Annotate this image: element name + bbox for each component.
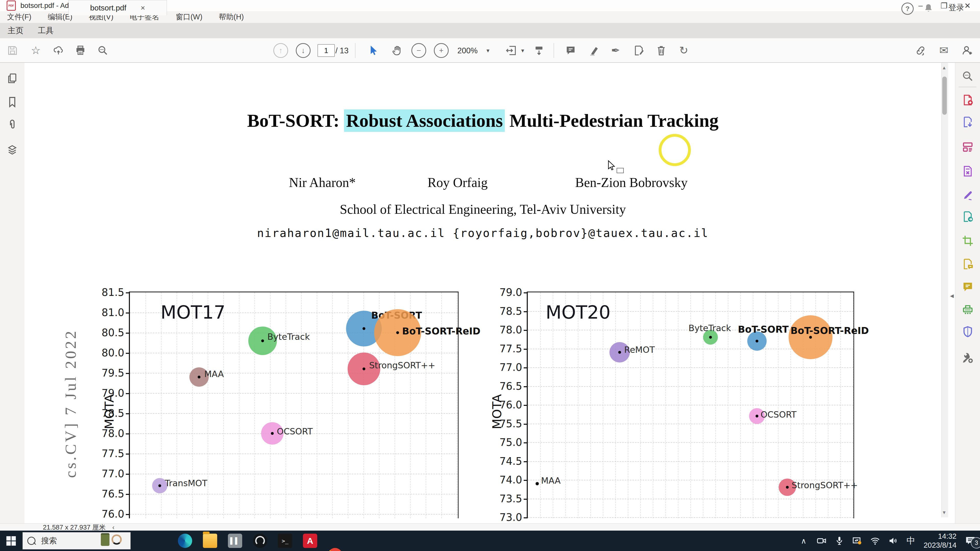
fill-sign-icon[interactable] [961, 189, 974, 202]
share-people-icon[interactable] [961, 44, 973, 56]
menu-item-help[interactable]: 帮助(H) [219, 12, 244, 22]
chart-gridline-h [528, 442, 853, 443]
scan-ocr-icon[interactable] [961, 303, 974, 316]
zoom-out-icon[interactable]: − [411, 43, 426, 58]
taskbar-obs-icon[interactable] [253, 534, 267, 548]
page-number-input[interactable]: 1 [318, 44, 335, 57]
chart-point-marker [396, 331, 399, 334]
find-icon[interactable] [97, 44, 109, 56]
taskbar-terminal-icon[interactable]: >_ [278, 534, 292, 548]
chart-gridline-v [603, 292, 603, 518]
fit-width-icon[interactable] [505, 44, 517, 56]
send-review-icon[interactable] [961, 210, 974, 223]
y-axis-tick-mark [524, 311, 528, 312]
pane-toggle-right[interactable]: ◄ [949, 292, 955, 300]
chart-gridline-v [255, 292, 255, 518]
page-thumbnails-icon[interactable] [6, 73, 18, 85]
print-icon[interactable] [75, 44, 86, 56]
scroll-down-icon[interactable]: ▾ [943, 509, 945, 516]
sign-tool-icon[interactable]: ✒ [611, 45, 620, 56]
taskbar-edge-icon[interactable] [178, 534, 192, 548]
chart-point-marker [709, 336, 712, 339]
y-axis-tick-mark [524, 386, 528, 387]
annotation-circle [659, 134, 691, 166]
zoom-level-select[interactable]: 200% [457, 47, 477, 55]
help-icon[interactable]: ? [901, 3, 914, 15]
comment-tool-icon[interactable] [565, 44, 576, 56]
tab-tools[interactable]: 工具 [38, 23, 54, 38]
tab-close-icon[interactable]: × [141, 3, 145, 12]
fit-caret-icon[interactable]: ▾ [521, 48, 524, 54]
protect-icon[interactable] [961, 325, 974, 338]
login-button[interactable]: 登录 [948, 0, 964, 15]
y-axis-tick-mark [126, 313, 130, 313]
export-pdf-icon[interactable] [961, 116, 974, 128]
rotate-tool-icon[interactable]: ↻ [679, 45, 688, 56]
hand-tool-icon[interactable] [391, 44, 403, 56]
acrobat-pdf-icon: PDF [6, 0, 16, 11]
vertical-scrollbar-thumb[interactable] [942, 76, 947, 115]
share-upload-icon[interactable] [52, 44, 64, 56]
zoom-in-icon[interactable]: + [434, 43, 449, 58]
tray-microphone-icon[interactable] [834, 536, 845, 546]
y-axis-tick-mark [524, 405, 528, 406]
start-button[interactable] [0, 530, 22, 551]
more-tools-icon[interactable] [961, 351, 974, 364]
star-favorite-icon[interactable]: ☆ [31, 45, 41, 56]
tray-notifications-icon[interactable]: 3 [964, 535, 977, 546]
y-axis-tick-label: 77.5 [500, 343, 522, 354]
author-3: Ben-Zion Bobrovsky [575, 175, 688, 190]
redact-icon[interactable] [961, 165, 974, 178]
y-axis-tick-label: 81.0 [102, 306, 124, 318]
vertical-scrollbar[interactable] [941, 63, 948, 517]
attachments-icon[interactable] [6, 119, 18, 131]
prev-page-icon[interactable]: ↑ [273, 43, 288, 58]
crop-pages-icon[interactable] [961, 234, 974, 247]
highlight-tool-icon[interactable] [588, 44, 600, 56]
scroll-view-icon[interactable] [533, 44, 545, 56]
windows-logo-icon [6, 536, 16, 546]
tray-wifi-icon[interactable] [870, 536, 880, 546]
y-axis-tick-label: 79.0 [500, 286, 522, 298]
chart-point-marker [756, 340, 759, 343]
bookmarks-icon[interactable] [6, 96, 18, 108]
share-link-icon[interactable] [915, 44, 926, 56]
y-axis-tick-label: 78.5 [500, 305, 522, 317]
status-collapse-icon[interactable]: ‹ [112, 524, 115, 531]
tray-language-indicator[interactable]: 中 [906, 536, 916, 546]
left-panel-rail [0, 63, 25, 524]
tray-clock[interactable]: 14:32 2023/8/14 [924, 532, 956, 550]
save-icon[interactable] [6, 44, 18, 56]
y-axis-tick-label: 80.5 [102, 327, 124, 338]
y-axis-tick-mark [126, 474, 130, 475]
create-pdf-icon[interactable] [961, 94, 974, 106]
tab-document[interactable]: botsort.pdf × [68, 0, 167, 15]
email-icon[interactable]: ✉ [939, 45, 948, 56]
menu-item-window[interactable]: 窗口(W) [176, 12, 202, 22]
request-signatures-icon[interactable] [961, 258, 974, 270]
delete-tool-icon[interactable] [655, 44, 667, 56]
tray-chevron-up-icon[interactable]: ∧ [799, 536, 809, 546]
select-tool-icon[interactable] [368, 44, 380, 56]
layers-icon[interactable] [6, 144, 18, 156]
y-axis-tick-label: 73.0 [500, 511, 522, 523]
edit-pdf-icon[interactable] [961, 141, 974, 153]
menu-item-file[interactable]: 文件(F) [7, 12, 32, 22]
notifications-bell-icon[interactable] [923, 3, 934, 14]
tray-volume-icon[interactable] [888, 536, 898, 546]
scroll-up-icon[interactable]: ▴ [943, 64, 945, 71]
zoom-caret-icon[interactable]: ▾ [487, 48, 490, 54]
tab-home[interactable]: 主页 [8, 23, 24, 38]
tray-display-sync-icon[interactable] [852, 536, 862, 546]
search-widget-images[interactable] [101, 533, 122, 546]
comment-icon[interactable] [961, 281, 974, 293]
y-axis-tick-mark [126, 292, 130, 293]
tray-camera-icon[interactable] [816, 536, 827, 546]
next-page-icon[interactable]: ↓ [296, 43, 310, 58]
taskbar-acrobat-icon[interactable]: A [303, 534, 317, 548]
taskbar-app-tile-icon[interactable]: ▌▌ [228, 534, 242, 548]
search-tools-icon[interactable] [961, 70, 974, 83]
edit-tool-icon[interactable] [633, 44, 645, 56]
taskbar-file-explorer-icon[interactable] [203, 534, 217, 548]
chart-gridline-h [528, 424, 853, 424]
